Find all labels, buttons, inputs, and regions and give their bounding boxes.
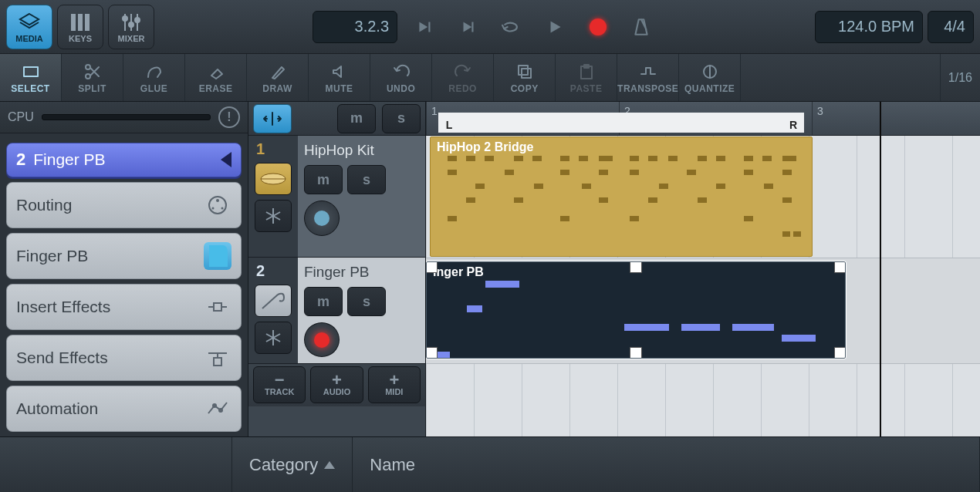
inspector-insert-effects[interactable]: Insert Effects	[6, 284, 242, 330]
inspector-automation[interactable]: Automation	[6, 386, 242, 432]
record-enable-button[interactable]	[304, 201, 340, 236]
name-column-header[interactable]: Name	[353, 437, 980, 492]
svg-rect-1	[78, 14, 83, 31]
time-signature-display[interactable]: 4/4	[928, 11, 974, 43]
tool-split[interactable]: SPLIT	[62, 54, 123, 101]
tool-draw[interactable]: DRAW	[247, 54, 309, 101]
track-name[interactable]: Finger PB	[304, 264, 419, 281]
svg-rect-2	[85, 14, 90, 31]
track-headers: m s 1HipHop Kitms2Finger PBms −TRACK +AU…	[248, 102, 426, 436]
tool-transpose[interactable]: TRANSPOSE	[617, 54, 679, 101]
inspector-send-effects[interactable]: Send Effects	[6, 335, 242, 381]
svg-rect-13	[522, 69, 531, 78]
resize-handle[interactable]	[630, 261, 642, 273]
inspector-routing[interactable]: Routing	[6, 182, 242, 228]
track-split-icon[interactable]	[253, 104, 292, 133]
svg-rect-9	[24, 67, 38, 76]
left-locator[interactable]: L	[438, 113, 460, 133]
timeline-ruler[interactable]: 123 L R	[426, 102, 980, 136]
svg-point-21	[221, 207, 224, 210]
solo-button[interactable]: s	[347, 287, 386, 316]
playhead[interactable]	[880, 102, 881, 436]
clip-drum[interactable]: HipHop 2 Bridge	[430, 136, 813, 257]
track-name[interactable]: HipHop Kit	[304, 142, 419, 159]
transport-group: 3.2.3	[159, 11, 810, 43]
svg-point-8	[135, 18, 140, 22]
metronome-button[interactable]	[626, 12, 657, 42]
tool-erase[interactable]: ERASE	[185, 54, 247, 101]
cpu-label: CPU	[8, 110, 34, 124]
locator-range[interactable]: L R	[438, 113, 804, 133]
tool-glue[interactable]: GLUE	[123, 54, 185, 101]
svg-point-7	[129, 22, 133, 27]
inspector-finger-pb[interactable]: Finger PB	[6, 233, 242, 279]
add-track-row: −TRACK +AUDIO +MIDI	[248, 364, 425, 406]
cpu-meter	[42, 114, 211, 120]
resize-handle[interactable]	[426, 347, 438, 359]
solo-button[interactable]: s	[347, 165, 386, 194]
channel-name: Finger PB	[33, 150, 105, 169]
collapse-icon	[221, 152, 231, 167]
svg-point-10	[86, 65, 90, 69]
position-display[interactable]: 3.2.3	[313, 11, 397, 43]
tool-quantize[interactable]: QUANTIZE	[679, 54, 741, 101]
main-tab-media[interactable]: MEDIA	[6, 5, 52, 49]
category-column-header[interactable]: Category	[231, 437, 353, 492]
cycle-button[interactable]	[496, 12, 527, 42]
tool-undo[interactable]: UNDO	[370, 54, 432, 101]
edit-tools-row: SELECTSPLITGLUEERASEDRAWMUTEUNDOREDOCOPY…	[0, 54, 980, 102]
sort-asc-icon	[324, 461, 335, 469]
top-toolbar: MEDIAKEYSMIXER 3.2.3 124.0 BPM 4/4	[0, 0, 980, 54]
mute-button[interactable]: m	[304, 165, 343, 194]
freeze-icon[interactable]	[255, 200, 292, 232]
tool-copy[interactable]: COPY	[494, 54, 556, 101]
svg-point-11	[86, 74, 90, 79]
svg-rect-25	[214, 358, 221, 366]
freeze-icon[interactable]	[255, 322, 292, 354]
resize-handle[interactable]	[834, 261, 846, 273]
inspector-sidebar: CPU ! 2 Finger PB RoutingFinger PBInsert…	[0, 102, 248, 436]
resize-handle[interactable]	[426, 261, 438, 273]
global-mute-button[interactable]: m	[337, 104, 376, 133]
play-button[interactable]	[539, 12, 570, 42]
svg-rect-22	[214, 303, 221, 311]
tool-redo[interactable]: REDO	[432, 54, 494, 101]
mute-button[interactable]: m	[304, 287, 343, 316]
selected-channel-header[interactable]: 2 Finger PB	[6, 143, 242, 177]
resize-handle[interactable]	[630, 347, 642, 359]
media-browser-header: Category Name	[0, 436, 980, 492]
main-tab-mixer[interactable]: MIXER	[108, 5, 154, 49]
svg-rect-0	[71, 14, 76, 31]
right-locator[interactable]: R	[782, 113, 804, 133]
main-tab-keys[interactable]: KEYS	[57, 5, 103, 49]
snap-value[interactable]: 1/16	[941, 54, 980, 101]
add-audio-button[interactable]: +AUDIO	[310, 366, 363, 403]
instrument-icon[interactable]	[255, 163, 292, 195]
track-header-2[interactable]: 2Finger PBms	[248, 258, 425, 364]
track-header-1[interactable]: 1HipHop Kitms	[248, 136, 425, 258]
global-solo-button[interactable]: s	[382, 104, 421, 133]
svg-point-20	[212, 207, 215, 210]
resize-handle[interactable]	[834, 347, 846, 359]
tool-paste[interactable]: PASTE	[556, 54, 617, 101]
svg-rect-12	[519, 66, 528, 75]
cpu-warning-icon[interactable]: !	[218, 106, 240, 128]
clip-bass[interactable]: inger PB	[426, 261, 846, 359]
go-to-end-button[interactable]	[453, 12, 484, 42]
main-area: CPU ! 2 Finger PB RoutingFinger PBInsert…	[0, 102, 980, 436]
instrument-icon[interactable]	[255, 285, 292, 317]
tempo-display[interactable]: 124.0 BPM	[815, 11, 923, 43]
tool-mute[interactable]: MUTE	[309, 54, 370, 101]
channel-number: 2	[16, 150, 25, 170]
add-midi-button[interactable]: +MIDI	[368, 366, 421, 403]
record-enable-button[interactable]	[304, 322, 340, 357]
record-button[interactable]	[583, 12, 613, 42]
go-to-start-button[interactable]	[410, 12, 441, 42]
bar-marker: 3	[812, 102, 828, 135]
arrange-area[interactable]: 123 L R HipHop 2 Bridge inger PB	[426, 102, 980, 436]
cpu-meter-row: CPU !	[0, 102, 248, 133]
remove-track-button[interactable]: −TRACK	[253, 366, 306, 403]
tool-select[interactable]: SELECT	[0, 54, 62, 101]
svg-point-6	[123, 16, 127, 21]
svg-point-19	[216, 199, 219, 202]
